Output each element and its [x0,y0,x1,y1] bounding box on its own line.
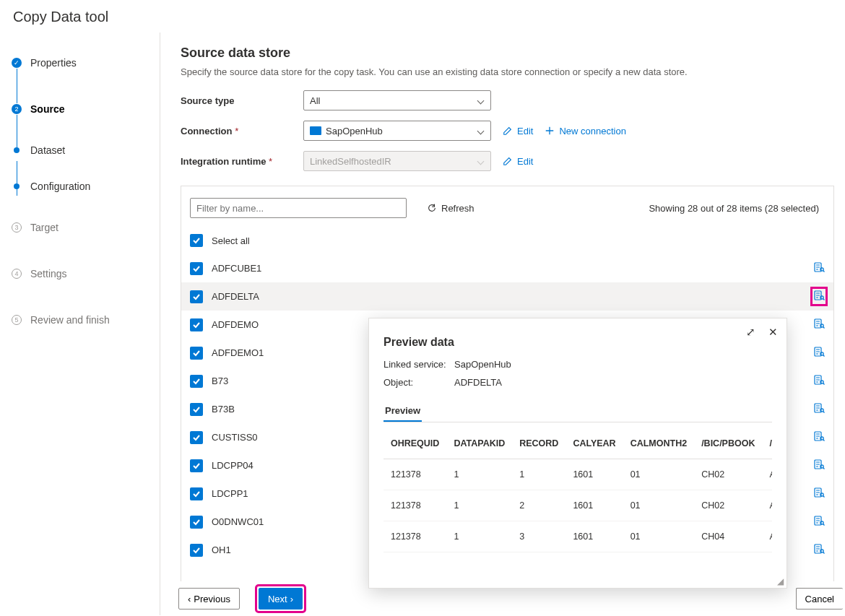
chevron-down-icon [477,157,485,165]
column-header: OHREQUID [384,428,446,459]
cancel-button[interactable]: Cancel [796,588,843,610]
source-type-value: All [310,95,320,106]
connection-label: Connection * [181,126,303,136]
column-header: DATAPAKID [446,428,512,459]
preview-title: Preview data [384,336,772,349]
step-bullet-icon: ✓ [12,58,22,68]
step-label: Source [30,103,64,115]
column-header: CALYEAR [566,428,623,459]
step-bullet-icon: 2 [12,104,22,114]
checkbox-checked-icon[interactable] [190,487,203,500]
checkbox-checked-icon[interactable] [190,403,203,416]
integration-runtime-select[interactable]: LinkedSelfhostedIR [303,151,491,171]
page-title: Copy Data tool [0,0,845,32]
step-bullet-icon: 4 [12,269,22,279]
column-header: /BIC/PBOOK [694,428,762,459]
sap-icon [310,126,321,135]
step-label: Configuration [30,181,90,192]
preview-icon[interactable] [813,374,825,388]
edit-connection-button[interactable]: Edit [503,126,533,136]
preview-icon[interactable] [813,543,825,557]
checkbox-checked-icon[interactable] [190,516,203,529]
dataset-name: LDCPP1 [212,488,248,499]
sub-step-bullet-icon [14,183,20,189]
main-heading: Source data store [181,45,845,61]
checkbox-checked-icon[interactable] [190,234,203,247]
dataset-row[interactable]: ADFDELTA [181,282,833,311]
checkbox-checked-icon[interactable] [190,375,203,388]
wizard-step-source[interactable]: 2Source [12,86,160,132]
object-value: ADFDELTA [454,377,502,388]
preview-icon[interactable] [813,430,825,444]
preview-icon[interactable] [813,515,825,529]
dataset-name: B73 [212,376,228,386]
chevron-down-icon [477,127,485,134]
checkbox-checked-icon[interactable] [190,290,203,303]
step-label: Properties [30,57,77,69]
checkbox-checked-icon[interactable] [190,318,203,331]
main-subtitle: Specify the source data store for the co… [181,66,845,77]
source-type-label: Source type [181,95,303,106]
wizard-step-configuration[interactable]: Configuration [12,168,160,204]
plus-icon [545,126,555,136]
column-header: RECORD [512,428,566,459]
checkbox-checked-icon[interactable] [190,262,203,275]
preview-data-popup: ⤢ ✕ Preview data Linked service:SapOpenH… [368,318,787,589]
checkbox-checked-icon[interactable] [190,544,203,557]
table-row: 12137813160101CH04AN [384,521,772,552]
showing-count: Showing 28 out of 28 items (28 selected) [649,203,825,214]
preview-tab[interactable]: Preview [384,401,422,422]
dataset-row[interactable]: ADFCUBE1 [181,254,833,282]
column-header: /BI [762,428,772,459]
wizard-step-settings[interactable]: 4Settings [12,251,160,297]
preview-icon[interactable] [813,459,825,472]
next-button[interactable]: Next › [259,588,303,610]
checkbox-checked-icon[interactable] [190,459,203,472]
new-connection-button[interactable]: New connection [545,126,626,136]
wizard-sidebar: ✓Properties2SourceDatasetConfiguration3T… [0,32,160,615]
preview-icon[interactable] [813,290,825,303]
linked-service-value: SapOpenHub [454,359,511,370]
preview-icon[interactable] [813,402,825,416]
linked-service-label: Linked service: [384,359,454,370]
expand-icon[interactable]: ⤢ [746,326,755,339]
checkbox-checked-icon[interactable] [190,347,203,360]
close-icon[interactable]: ✕ [768,326,778,339]
step-label: Dataset [30,144,65,156]
select-all-label: Select all [212,235,250,246]
chevron-left-icon: ‹ [188,594,191,604]
previous-button[interactable]: ‹ Previous [178,588,240,610]
connection-value: SapOpenHub [326,126,383,136]
column-header: CALMONTH2 [623,428,694,459]
resize-grip-icon[interactable]: ◢ [777,576,784,586]
pencil-icon [503,126,513,136]
preview-icon[interactable] [813,346,825,360]
dataset-name: LDCPP04 [212,460,254,471]
filter-input[interactable] [190,198,407,218]
integration-runtime-label: Integration runtime * [181,156,303,167]
sub-step-bullet-icon [14,147,20,153]
wizard-step-target[interactable]: 3Target [12,204,160,251]
dataset-name: O0DNWC01 [212,516,264,527]
wizard-step-review-and-finish[interactable]: 5Review and finish [12,297,160,343]
edit-integration-button[interactable]: Edit [503,156,533,167]
chevron-right-icon: › [290,594,293,604]
connection-select[interactable]: SapOpenHub [303,121,491,141]
source-type-select[interactable]: All [303,90,491,110]
select-all-row[interactable]: Select all [181,227,833,254]
preview-icon[interactable] [813,487,825,500]
dataset-name: CUSTISS0 [212,432,258,443]
checkbox-checked-icon[interactable] [190,431,203,444]
dataset-name: B73B [212,404,235,415]
preview-table: OHREQUIDDATAPAKIDRECORDCALYEARCALMONTH2/… [384,428,772,552]
wizard-step-properties[interactable]: ✓Properties [12,40,160,86]
wizard-step-dataset[interactable]: Dataset [12,132,160,168]
pencil-icon [503,156,513,166]
step-label: Review and finish [30,314,110,326]
preview-icon[interactable] [813,261,825,275]
step-bullet-icon: 5 [12,315,22,325]
table-row: 12137811160101CH02AN [384,459,772,490]
step-bullet-icon: 3 [12,222,22,233]
refresh-button[interactable]: Refresh [427,203,474,214]
preview-icon[interactable] [813,318,825,331]
